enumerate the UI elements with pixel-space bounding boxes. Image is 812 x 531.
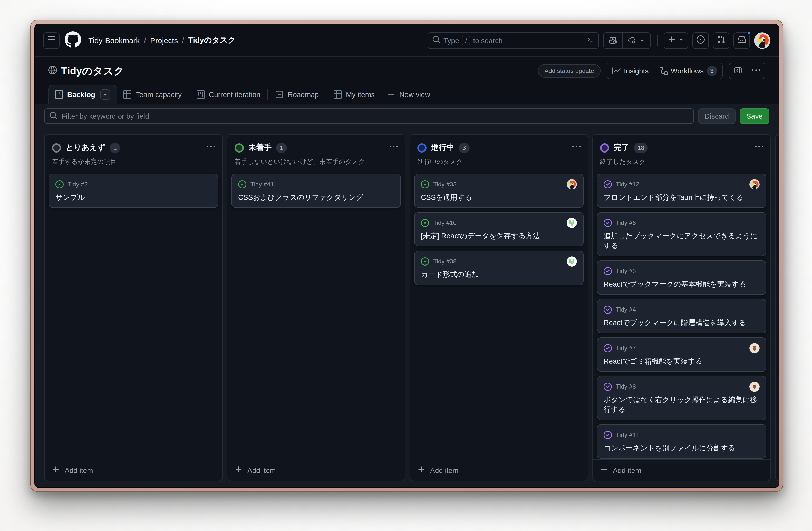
- kebab-icon: [572, 143, 581, 153]
- new-view-button[interactable]: New view: [381, 85, 436, 104]
- column-description: 終了したタスク: [593, 156, 770, 172]
- project-card[interactable]: Tidy #2サンプル: [49, 174, 218, 208]
- project-card[interactable]: Tidy #11コンポーネントを別ファイルに分割する: [597, 424, 766, 459]
- add-item-label: Add item: [247, 466, 276, 474]
- tab-backlog[interactable]: Backlog: [48, 85, 117, 104]
- discard-button[interactable]: Discard: [698, 109, 736, 124]
- card-header: Tidy #33: [421, 179, 577, 189]
- card-title[interactable]: Reactでブックマークの基本機能を実装する: [604, 279, 760, 289]
- table-icon: [124, 90, 132, 99]
- filter-bar: Filter by keyword or by field Discard Sa…: [35, 104, 779, 128]
- card-title[interactable]: ボタンではなく右クリック操作による編集に移行する: [604, 395, 760, 414]
- breadcrumb-projects-link[interactable]: Projects: [150, 36, 178, 45]
- inbox-button[interactable]: [734, 32, 750, 48]
- project-card[interactable]: Tidy #4Reactでブックマークに階層構造を導入する: [597, 299, 766, 333]
- github-header: Tidy-Bookmark / Projects / Tidyのタスク Type…: [35, 24, 779, 57]
- card-title[interactable]: サンプル: [55, 192, 212, 202]
- project-card[interactable]: Tidy #7Reactでゴミ箱機能を実装する: [597, 338, 766, 372]
- user-avatar[interactable]: [754, 32, 770, 48]
- card-title[interactable]: Reactでゴミ箱機能を実装する: [604, 356, 760, 366]
- add-item-button[interactable]: Add item: [410, 460, 588, 481]
- project-board-icon: [55, 90, 63, 99]
- card-header: Tidy #10: [421, 218, 577, 228]
- copilot-button-group: [603, 32, 651, 48]
- plus-icon: [600, 465, 608, 475]
- column-header: とりあえず1: [45, 134, 222, 156]
- tab-my-items[interactable]: My items: [328, 85, 381, 104]
- column-menu-button[interactable]: [388, 141, 400, 155]
- breadcrumb-current-page: Tidyのタスク: [188, 35, 236, 45]
- project-card[interactable]: Tidy #38カード形式の追加: [414, 250, 584, 285]
- tab-divider: [326, 89, 327, 100]
- project-card[interactable]: Tidy #8ボタンではなく右クリック操作による編集に移行する: [597, 376, 766, 420]
- column-title: 完了: [614, 143, 629, 153]
- issue-open-icon: [421, 180, 429, 188]
- tab-divider: [189, 89, 189, 100]
- global-search-input[interactable]: Type / to search: [427, 32, 599, 48]
- project-card[interactable]: Tidy #12フロントエンド部分をTauri上に持ってくる: [597, 174, 766, 208]
- collapse-sidebar-button[interactable]: [729, 63, 747, 78]
- github-logo[interactable]: [65, 31, 81, 49]
- view-options-button[interactable]: [100, 89, 111, 100]
- insights-button[interactable]: Insights: [607, 63, 654, 78]
- card-title[interactable]: フロントエンド部分をTauri上に持ってくる: [604, 192, 760, 202]
- copilot-button[interactable]: [604, 33, 622, 48]
- save-button[interactable]: Save: [740, 109, 769, 124]
- search-placeholder-prefix: Type: [444, 36, 459, 44]
- project-card[interactable]: Tidy #33CSSを適用する: [414, 174, 584, 208]
- assignee-avatar: [567, 256, 577, 267]
- project-menu-button[interactable]: [747, 63, 765, 78]
- board-column: 完了18終了したタスクTidy #12フロントエンド部分をTauri上に持ってく…: [592, 134, 771, 481]
- tab-roadmap[interactable]: Roadmap: [269, 85, 325, 104]
- project-card[interactable]: Tidy #10[未定] Reactのデータを保存する方法: [414, 212, 584, 246]
- breadcrumb-repo-link[interactable]: Tidy-Bookmark: [88, 36, 140, 45]
- project-card[interactable]: Tidy #3Reactでブックマークの基本機能を実装する: [597, 260, 766, 295]
- card-title[interactable]: 追加したブックマークにアクセスできるようにする: [604, 231, 760, 250]
- column-count-badge: 18: [634, 143, 648, 153]
- card-title[interactable]: CSSを適用する: [421, 192, 577, 202]
- workflows-button[interactable]: Workflows 3: [654, 63, 722, 78]
- project-card[interactable]: Tidy #41CSSおよびクラスのリファクタリング: [231, 174, 401, 208]
- issue-done-icon: [604, 344, 612, 352]
- view-tabs: Backlog Team capacity Current iteration …: [35, 85, 779, 104]
- card-title[interactable]: Reactでブックマークに階層構造を導入する: [604, 318, 760, 328]
- project-card[interactable]: Tidy #6追加したブックマークにアクセスできるようにする: [597, 212, 766, 256]
- assignee-avatar: [749, 382, 760, 392]
- card-title[interactable]: カード形式の追加: [421, 270, 577, 279]
- add-item-button[interactable]: Add item: [45, 460, 222, 481]
- column-menu-button[interactable]: [753, 141, 765, 155]
- plus-icon: [235, 465, 243, 475]
- project-board-icon: [197, 90, 205, 99]
- column-menu-button[interactable]: [570, 141, 583, 155]
- filter-input[interactable]: Filter by keyword or by field: [44, 109, 694, 124]
- card-issue-id: Tidy #12: [616, 181, 745, 188]
- tab-team-capacity[interactable]: Team capacity: [117, 85, 188, 104]
- command-palette-icon[interactable]: [586, 35, 594, 45]
- tab-current-iteration[interactable]: Current iteration: [190, 85, 267, 104]
- column-count-badge: 1: [110, 143, 120, 153]
- add-status-update-button[interactable]: Add status update: [538, 64, 601, 77]
- kebab-icon: [390, 143, 398, 153]
- issue-done-icon: [604, 219, 612, 227]
- card-title[interactable]: CSSおよびクラスのリファクタリング: [238, 192, 394, 202]
- card-list: Tidy #41CSSおよびクラスのリファクタリング: [227, 172, 405, 460]
- hamburger-menu-button[interactable]: [43, 32, 60, 48]
- pull-requests-button[interactable]: [713, 32, 729, 48]
- card-title[interactable]: [未定] Reactのデータを保存する方法: [421, 231, 577, 241]
- copilot-menu-button[interactable]: [622, 33, 650, 48]
- add-item-button[interactable]: Add item: [227, 460, 405, 481]
- create-new-button[interactable]: [664, 32, 688, 48]
- kebab-icon: [207, 143, 215, 153]
- app-window: Tidy-Bookmark / Projects / Tidyのタスク Type…: [30, 19, 783, 492]
- column-count-badge: 1: [276, 143, 287, 153]
- copilot-agents-icon: [628, 36, 636, 44]
- breadcrumb-separator: /: [182, 36, 184, 45]
- column-menu-button[interactable]: [205, 141, 217, 155]
- assignee-avatar: [567, 179, 577, 189]
- issues-button[interactable]: [692, 32, 709, 48]
- view-controls-group: [729, 63, 765, 79]
- add-item-button[interactable]: Add item: [593, 459, 770, 481]
- column-header: 完了18: [593, 134, 770, 156]
- card-title[interactable]: コンポーネントを別ファイルに分割する: [604, 443, 760, 453]
- breadcrumb-separator: /: [144, 36, 146, 45]
